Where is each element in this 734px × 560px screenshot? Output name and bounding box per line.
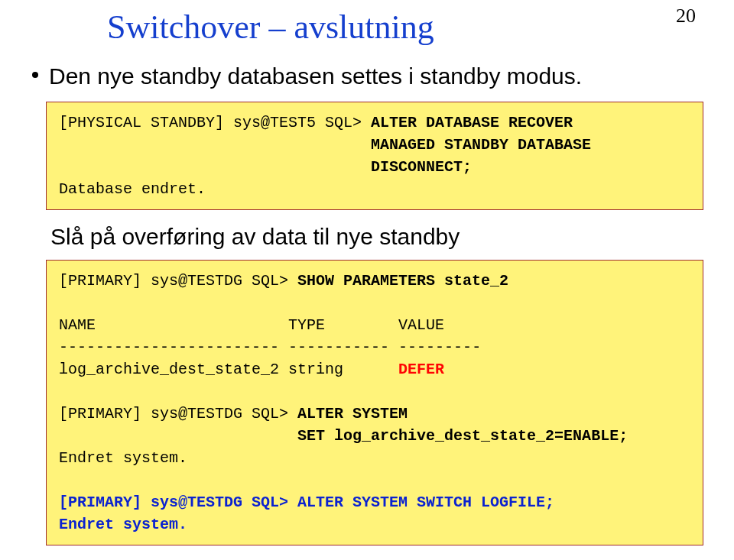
code2-prompt1: [PRIMARY] sys@TESTDG SQL> — [59, 272, 297, 290]
code2-hdr-value: VALUE — [398, 316, 444, 334]
code2-prompt2: [PRIMARY] sys@TESTDG SQL> — [59, 405, 297, 422]
code1-resp1: Database endret. — [59, 180, 206, 198]
bullet-text-1: Den nye standby databasen settes i stand… — [49, 62, 582, 91]
code1-cmd1-p3: DISCONNECT; — [371, 158, 472, 176]
code-block-2: [PRIMARY] sys@TESTDG SQL> SHOW PARAMETER… — [46, 260, 703, 545]
code2-row-value: DEFER — [398, 361, 444, 378]
code1-cmd1-p2: MANAGED STANDBY DATABASE — [371, 136, 591, 154]
slide-container: 20 Switchover – avslutning Den nye stand… — [0, 0, 734, 560]
sub-text: Slå på overføring av data til nye standb… — [50, 222, 703, 251]
code2-sep3: --------- — [398, 338, 481, 356]
code2-cmd2-p2: SET log_archive_dest_state_2=ENABLE; — [297, 427, 628, 445]
code-block-1: [PHYSICAL STANDBY] sys@TEST5 SQL> ALTER … — [46, 102, 703, 210]
code2-sep2: ----------- — [288, 338, 389, 356]
slide-title: Switchover – avslutning — [107, 8, 703, 47]
code1-cmd1-p1: ALTER DATABASE RECOVER — [371, 114, 573, 131]
code2-cmd1: SHOW PARAMETERS state_2 — [297, 272, 508, 290]
bullet-dot-icon — [32, 72, 38, 78]
code2-row-type: string — [288, 361, 343, 378]
code2-cmd3: ALTER SYSTEM SWITCH LOGFILE; — [297, 494, 554, 511]
code2-cmd2-p1: ALTER SYSTEM — [297, 405, 408, 422]
code1-prompt1: [PHYSICAL STANDBY] sys@TEST5 SQL> — [59, 114, 371, 131]
code2-resp2: Endret system. — [59, 449, 187, 467]
code2-hdr-type: TYPE — [288, 316, 325, 334]
code2-resp3: Endret system. — [59, 516, 187, 533]
code2-hdr-name: NAME — [59, 316, 96, 334]
code2-row-name: log_archive_dest_state_2 — [59, 361, 279, 378]
code2-sep1: ------------------------ — [59, 338, 279, 356]
page-number: 20 — [676, 5, 696, 28]
bullet-item-1: Den nye standby databasen settes i stand… — [32, 62, 703, 91]
code2-prompt3: [PRIMARY] sys@TESTDG SQL> — [59, 494, 297, 511]
